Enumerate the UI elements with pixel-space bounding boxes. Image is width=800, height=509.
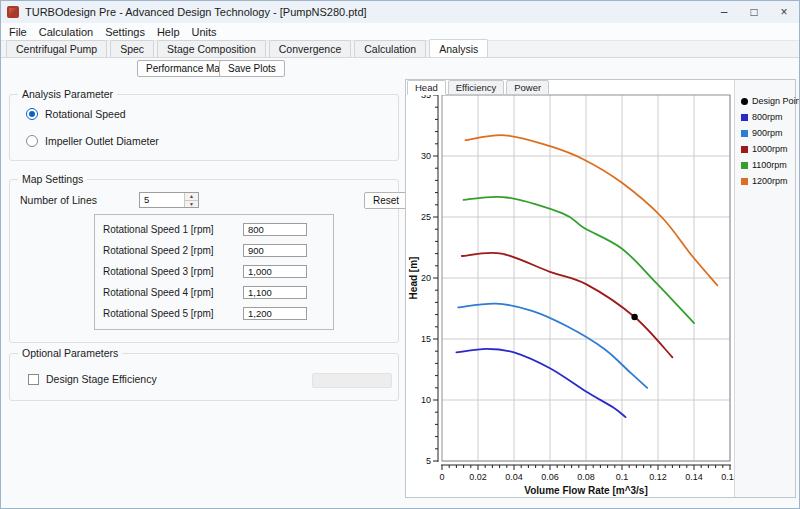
series-swatch-icon [741, 162, 748, 169]
tab-spec[interactable]: Spec [110, 40, 154, 57]
rotational-speed-radio-label: Rotational Speed [45, 108, 126, 120]
rotational-speed-5-label: Rotational Speed 5 [rpm] [103, 308, 214, 319]
impeller-outlet-diameter-radio-label: Impeller Outlet Diameter [45, 135, 159, 147]
curve-900rpm [458, 304, 647, 388]
x-tick-label: 0.1 [616, 472, 629, 482]
series-swatch-icon [741, 178, 748, 185]
menu-item-file[interactable]: File [3, 25, 33, 39]
chart-legend: Design Point800rpm900rpm1000rpm1100rpm12… [734, 80, 795, 497]
chart-tab-efficiency[interactable]: Efficiency [448, 80, 504, 95]
series-swatch-icon [741, 130, 748, 137]
analysis-parameter-group: Analysis Parameter Rotational Speed Impe… [9, 94, 399, 161]
menu-item-settings[interactable]: Settings [99, 25, 151, 39]
rotational-speed-row-1: Rotational Speed 1 [rpm]800 [95, 223, 333, 237]
series-swatch-icon [741, 146, 748, 153]
series-swatch-icon [741, 114, 748, 121]
rotational-speed-row-3: Rotational Speed 3 [rpm]1,000 [95, 265, 333, 279]
legend-item-1100rpm: 1100rpm [735, 157, 795, 173]
menu-bar: FileCalculationSettingsHelpUnits [1, 23, 799, 41]
legend-label: Design Point [752, 96, 800, 106]
minimize-button[interactable]: – [709, 1, 739, 23]
tab-calculation[interactable]: Calculation [354, 40, 426, 57]
y-tick-label: 5 [426, 456, 431, 466]
stepper-down-icon[interactable]: ▼ [185, 200, 198, 208]
rotational-speed-4-label: Rotational Speed 4 [rpm] [103, 287, 214, 298]
x-tick-label: 0 [439, 472, 444, 482]
window-title: TURBOdesign Pre - Advanced Design Techno… [25, 6, 367, 18]
number-of-lines-label: Number of Lines [20, 194, 97, 206]
rotational-speed-row-4: Rotational Speed 4 [rpm]1,100 [95, 286, 333, 300]
design-stage-efficiency-label: Design Stage Efficiency [46, 373, 157, 385]
reset-button[interactable]: Reset [364, 192, 408, 209]
curve-1200rpm [465, 135, 717, 285]
legend-item-800rpm: 800rpm [735, 109, 795, 125]
tab-centrifugal-pump[interactable]: Centrifugal Pump [6, 40, 107, 57]
y-tick-label: 25 [421, 212, 431, 222]
legend-item-900rpm: 900rpm [735, 125, 795, 141]
menu-item-units[interactable]: Units [186, 25, 223, 39]
rotational-speed-radio-row[interactable]: Rotational Speed [26, 108, 126, 120]
rotational-speed-4-input[interactable]: 1,100 [243, 286, 307, 299]
y-tick-label: 20 [421, 273, 431, 283]
maximize-button[interactable]: □ [739, 1, 769, 23]
x-tick-label: 0.06 [541, 472, 559, 482]
menu-item-help[interactable]: Help [151, 25, 186, 39]
number-of-lines-value[interactable]: 5 [140, 193, 184, 207]
tab-convergence[interactable]: Convergence [269, 40, 351, 57]
impeller-outlet-diameter-radio[interactable] [26, 135, 38, 147]
map-settings-title: Map Settings [18, 173, 87, 185]
curve-1000rpm [462, 253, 673, 357]
title-bar: TURBOdesign Pre - Advanced Design Techno… [1, 1, 799, 23]
rotational-speed-row-5: Rotational Speed 5 [rpm]1,200 [95, 307, 333, 321]
legend-item-1000rpm: 1000rpm [735, 141, 795, 157]
chart-tab-head[interactable]: Head [407, 80, 446, 95]
legend-label: 800rpm [752, 112, 783, 122]
legend-label: 1200rpm [752, 176, 788, 186]
design-point-marker [631, 314, 637, 320]
chart-tab-bar: HeadEfficiencyPower [407, 80, 551, 95]
menu-item-calculation[interactable]: Calculation [33, 25, 99, 39]
legend-label: 1000rpm [752, 144, 788, 154]
rotational-speed-2-label: Rotational Speed 2 [rpm] [103, 245, 214, 256]
legend-item-design-point: Design Point [735, 93, 795, 109]
analysis-parameter-title: Analysis Parameter [18, 88, 117, 100]
number-of-lines-stepper[interactable]: 5 ▲▼ [139, 192, 199, 208]
window-controls: – □ × [709, 1, 799, 23]
close-button[interactable]: × [769, 1, 799, 23]
legend-label: 1100rpm [752, 160, 787, 170]
save-plots-button[interactable]: Save Plots [219, 60, 285, 77]
tab-stage-composition[interactable]: Stage Composition [157, 40, 266, 57]
performance-map-panel: HeadEfficiencyPower 00.020.040.060.080.1… [405, 79, 796, 498]
curve-800rpm [456, 349, 625, 417]
x-tick-label: 0.04 [505, 472, 523, 482]
x-axis-title: Volume Flow Rate [m^3/s] [524, 485, 647, 496]
impeller-outlet-diameter-radio-row[interactable]: Impeller Outlet Diameter [26, 135, 159, 147]
optional-parameters-group: Optional Parameters Design Stage Efficie… [9, 353, 399, 401]
chart-tab-power[interactable]: Power [506, 80, 549, 95]
x-tick-label: 0.12 [649, 472, 667, 482]
y-axis-title: Head [m] [408, 257, 419, 300]
rotational-speed-1-input[interactable]: 800 [243, 223, 307, 236]
optional-parameters-title: Optional Parameters [18, 347, 122, 359]
design-stage-efficiency-field[interactable] [312, 373, 392, 388]
y-tick-label: 15 [421, 334, 431, 344]
stepper-buttons: ▲▼ [184, 193, 198, 207]
x-tick-label: 0.02 [469, 472, 487, 482]
rotational-speed-2-input[interactable]: 900 [243, 244, 307, 257]
rotational-speeds-box: Rotational Speed 1 [rpm]800Rotational Sp… [94, 214, 334, 330]
legend-item-1200rpm: 1200rpm [735, 173, 795, 189]
design-stage-efficiency-row[interactable]: Design Stage Efficiency [28, 373, 157, 385]
rotational-speed-1-label: Rotational Speed 1 [rpm] [103, 224, 214, 235]
rotational-speed-radio[interactable] [26, 108, 38, 120]
rotational-speed-3-input[interactable]: 1,000 [243, 265, 307, 278]
x-tick-label: 0.14 [685, 472, 703, 482]
app-icon [7, 6, 19, 18]
design-stage-efficiency-checkbox[interactable] [28, 374, 39, 385]
rotational-speed-row-2: Rotational Speed 2 [rpm]900 [95, 244, 333, 258]
rotational-speed-5-input[interactable]: 1,200 [243, 307, 307, 320]
tab-analysis[interactable]: Analysis [429, 39, 488, 57]
x-tick-label: 0.08 [577, 472, 595, 482]
design-point-marker-icon [741, 98, 748, 105]
map-settings-group: Map Settings Number of Lines 5 ▲▼ Reset … [9, 179, 399, 343]
app-window: TURBOdesign Pre - Advanced Design Techno… [0, 0, 800, 509]
